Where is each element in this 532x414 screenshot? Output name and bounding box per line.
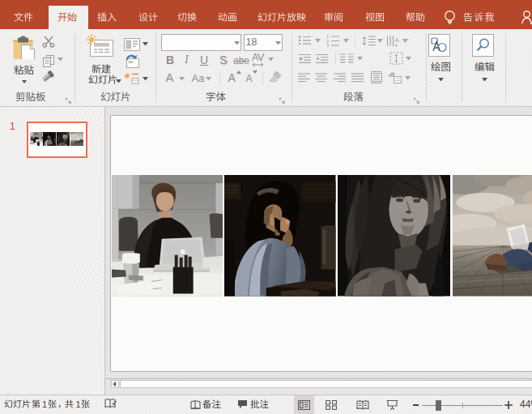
- svg-text:3: 3: [326, 43, 329, 47]
- svg-text:A: A: [395, 36, 400, 44]
